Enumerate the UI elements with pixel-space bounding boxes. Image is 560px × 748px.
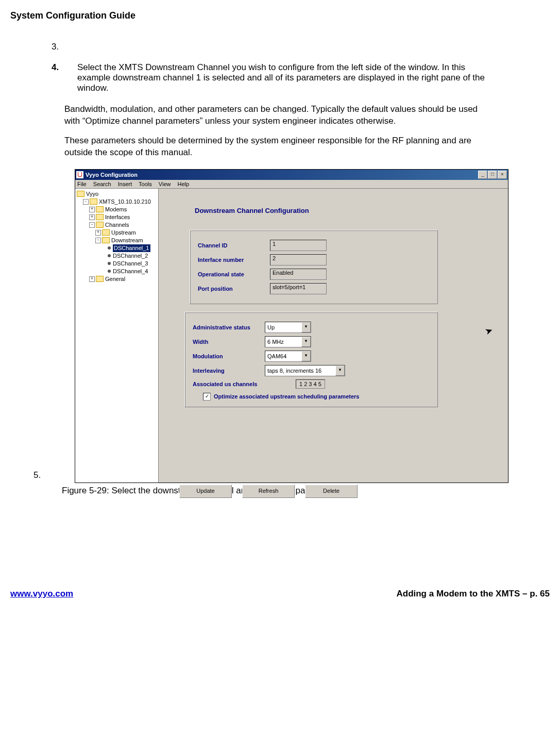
- chevron-down-icon[interactable]: ▼: [335, 365, 345, 376]
- value-op-state: Enabled: [270, 269, 327, 280]
- label-port-pos: Port position: [198, 286, 270, 292]
- tree-ds2[interactable]: DSChannel_2: [77, 252, 157, 260]
- value-channel-id: 1: [270, 240, 327, 251]
- folder-icon: [96, 214, 104, 220]
- label-interleaving: Interleaving: [193, 368, 265, 374]
- value-iface-num: 2: [270, 254, 327, 265]
- bullet-icon: [108, 246, 111, 250]
- tree-upstream[interactable]: +Upstream: [77, 229, 157, 237]
- minimize-button[interactable]: _: [478, 171, 487, 179]
- refresh-button[interactable]: Refresh: [242, 485, 295, 498]
- list-text-3: [77, 42, 488, 52]
- bullet-icon: [108, 262, 111, 265]
- close-button[interactable]: ×: [498, 171, 507, 179]
- label-width: Width: [193, 339, 265, 345]
- footer-page: Adding a Modem to the XMTS – p. 65: [396, 589, 550, 599]
- window-title: Vyyo Configuration: [86, 172, 478, 178]
- update-button[interactable]: Update: [179, 485, 232, 498]
- checkbox-optimize[interactable]: ✓: [203, 393, 211, 401]
- combo-modulation[interactable]: QAM64▼: [265, 351, 311, 362]
- menu-help[interactable]: Help: [178, 181, 190, 187]
- readonly-group: Channel ID 1 Interface number 2 Operatio…: [190, 230, 438, 304]
- folder-icon: [102, 237, 110, 243]
- tree-downstream[interactable]: -Downstream: [77, 237, 157, 244]
- folder-icon: [96, 276, 104, 282]
- label-optimize: Optimize associated upstream scheduling …: [214, 393, 359, 400]
- java-icon: [76, 171, 83, 178]
- label-assoc-us: Associated us channels: [193, 381, 280, 387]
- folder-icon: [77, 191, 84, 197]
- content-block: 3. 4. Select the XMTS Downstream Channel…: [52, 42, 488, 159]
- label-admin-status: Administrative status: [193, 324, 265, 330]
- expand-icon[interactable]: +: [95, 230, 101, 236]
- combo-interleaving[interactable]: taps 8, increments 16▼: [265, 365, 345, 376]
- tree-modems[interactable]: +Modems: [77, 206, 157, 213]
- app-window: Vyyo Configuration _ □ × File Search Ins…: [75, 169, 508, 483]
- bullet-icon: [108, 254, 111, 257]
- tree-root[interactable]: Vyyo: [77, 190, 157, 198]
- value-port-pos: slot=5/port=1: [270, 283, 327, 294]
- editable-group: Administrative status Up▼ Width 6 MHz▼ M…: [184, 312, 438, 407]
- menubar: File Search Insert Tools View Help: [75, 180, 508, 189]
- menu-tools[interactable]: Tools: [139, 181, 152, 187]
- collapse-icon[interactable]: -: [95, 238, 101, 243]
- folder-icon: [96, 222, 104, 228]
- list-number-5: 5.: [10, 470, 75, 483]
- tree-ds1[interactable]: DSChannel_1: [77, 244, 157, 252]
- label-channel-id: Channel ID: [198, 242, 270, 248]
- expand-icon[interactable]: +: [89, 276, 95, 282]
- nav-tree: Vyyo -XMTS_10.10.10.210 +Modems +Interfa…: [75, 189, 159, 483]
- cursor-icon: ➤: [483, 324, 495, 338]
- doc-title: System Configuration Guide: [10, 10, 550, 21]
- tree-ds4[interactable]: DSChannel_4: [77, 268, 157, 275]
- paragraph-bandwidth: Bandwidth, modulation, and other paramet…: [64, 104, 488, 127]
- chevron-down-icon[interactable]: ▼: [301, 322, 311, 333]
- collapse-icon[interactable]: -: [83, 199, 89, 205]
- maximize-button[interactable]: □: [488, 171, 497, 179]
- collapse-icon[interactable]: -: [89, 222, 95, 228]
- combo-width[interactable]: 6 MHz▼: [265, 336, 311, 347]
- tree-ds3[interactable]: DSChannel_3: [77, 260, 157, 268]
- list-number-3: 3.: [52, 42, 77, 52]
- delete-button[interactable]: Delete: [305, 485, 358, 498]
- list-number-4: 4.: [52, 62, 77, 93]
- footer-url[interactable]: www.vyyo.com: [10, 589, 73, 599]
- expand-icon[interactable]: +: [89, 207, 95, 212]
- menu-insert[interactable]: Insert: [118, 181, 132, 187]
- list-text-4: Select the XMTS Downstream Channel you w…: [77, 62, 488, 93]
- combo-admin-status[interactable]: Up▼: [265, 322, 311, 333]
- folder-icon: [90, 198, 97, 205]
- window-titlebar: Vyyo Configuration _ □ ×: [75, 170, 508, 180]
- label-op-state: Operational state: [198, 271, 270, 277]
- main-pane: Downstream Channel Configuration Channel…: [159, 189, 508, 483]
- tree-channels[interactable]: -Channels: [77, 221, 157, 229]
- value-assoc-us: 1 2 3 4 5: [296, 379, 325, 389]
- folder-icon: [102, 229, 110, 236]
- menu-file[interactable]: File: [77, 181, 87, 187]
- chevron-down-icon[interactable]: ▼: [301, 337, 311, 347]
- chevron-down-icon[interactable]: ▼: [301, 351, 311, 361]
- label-iface-num: Interface number: [198, 257, 270, 263]
- expand-icon[interactable]: +: [89, 214, 95, 220]
- menu-view[interactable]: View: [159, 181, 171, 187]
- paragraph-engineer: These parameters should be determined by…: [64, 135, 488, 159]
- folder-icon: [96, 206, 104, 212]
- menu-search[interactable]: Search: [93, 181, 111, 187]
- label-modulation: Modulation: [193, 353, 265, 359]
- pane-title: Downstream Channel Configuration: [195, 207, 493, 214]
- tree-interfaces[interactable]: +Interfaces: [77, 213, 157, 221]
- tree-general[interactable]: +General: [77, 275, 157, 283]
- tree-xmts[interactable]: -XMTS_10.10.10.210: [77, 198, 157, 206]
- bullet-icon: [108, 270, 111, 273]
